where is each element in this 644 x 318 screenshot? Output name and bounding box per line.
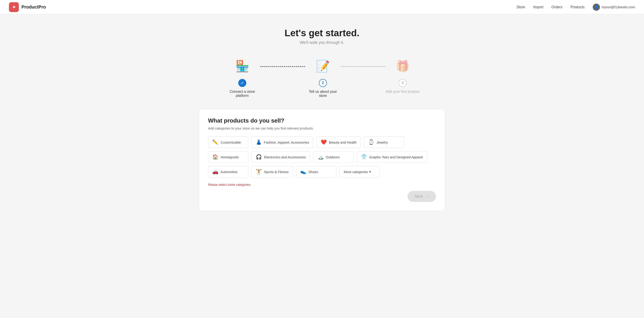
category-item-outdoors[interactable]: 🏔️Outdoors	[313, 151, 354, 163]
category-label-outdoors: Outdoors	[326, 155, 340, 159]
category-icon-sports: 🏋️	[256, 169, 262, 175]
nav-import[interactable]: Import	[533, 5, 543, 9]
more-categories-button[interactable]: More categories▾	[340, 166, 380, 177]
next-button-label: Next	[415, 194, 423, 199]
category-label-graphic-tees: Graphic Tees and Designed Apparel	[369, 155, 423, 159]
step-connector-2	[341, 66, 386, 67]
category-item-automotive[interactable]: 🚗Automotive	[208, 166, 248, 177]
step-3-label: Add your first product	[386, 90, 420, 94]
card-footer: Next →	[208, 191, 436, 202]
logo-area: ✦ ProductPro	[9, 2, 516, 12]
category-icon-beauty: ❤️	[321, 139, 327, 145]
step-2-badge: 2	[319, 79, 327, 87]
nav-links: Store Import Orders Products	[516, 5, 585, 9]
category-icon-automotive: 🚗	[212, 169, 218, 175]
steps-container: 🏪 ✓ Connect a store platform 📝 2 Tell us…	[174, 56, 470, 98]
category-item-shoes[interactable]: 👟Shoes	[296, 166, 336, 177]
validation-message: Please select some categories	[208, 183, 436, 186]
page-subheading: We'll walk you through it.	[174, 40, 470, 45]
next-button[interactable]: Next →	[408, 191, 436, 202]
category-label-automotive: Automotive	[220, 170, 237, 174]
step-2: 📝 2 Tell us about your store	[305, 56, 341, 98]
category-icon-graphic-tees: 👕	[361, 154, 367, 160]
category-item-jewelry[interactable]: ⌚Jewelry	[364, 137, 404, 148]
category-item-fashion[interactable]: 👗Fashion, Apparel, Accessories	[252, 137, 313, 148]
category-item-graphic-tees[interactable]: 👕Graphic Tees and Designed Apparel	[357, 151, 427, 163]
category-label-shoes: Shoes	[308, 170, 318, 174]
step-3-badge: 3	[398, 79, 407, 87]
nav-orders[interactable]: Orders	[552, 5, 562, 9]
step-2-label: Tell us about your store	[305, 90, 341, 98]
category-item-sports[interactable]: 🏋️Sports & Fitness	[252, 166, 293, 177]
card-subtitle: Add categories to your store so we can h…	[208, 126, 436, 130]
product-card: What products do you sell? Add categorie…	[199, 109, 445, 211]
category-label-homegoods: Homegoods	[220, 155, 239, 159]
header: ✦ ProductPro Store Import Orders Product…	[0, 0, 644, 14]
category-label-sports: Sports & Fitness	[264, 170, 289, 174]
category-icon-homegoods: 🏠	[212, 154, 218, 160]
category-icon-electronics: 🎧	[256, 154, 262, 160]
category-label-fashion: Fashion, Apparel, Accessories	[264, 141, 309, 144]
card-title: What products do you sell?	[208, 117, 436, 124]
step-3: 🎁 3 Add your first product	[386, 56, 420, 94]
category-item-beauty[interactable]: ❤️Beauty and Health	[316, 137, 361, 148]
user-avatar-icon: 👤	[593, 3, 600, 11]
step-1: 🏪 ✓ Connect a store platform	[224, 56, 260, 98]
step-connector-1	[260, 66, 305, 67]
category-icon-customizable: ✏️	[212, 139, 218, 145]
next-arrow-icon: →	[425, 194, 429, 199]
category-icon-shoes: 👟	[300, 169, 306, 175]
main-content: Let's get started. We'll walk you throug…	[165, 14, 479, 220]
logo-icon: ✦	[9, 2, 19, 12]
category-icon-jewelry: ⌚	[368, 139, 374, 145]
logo-text: ProductPro	[22, 4, 46, 10]
category-item-electronics[interactable]: 🎧Electronics and Accessories	[252, 151, 310, 163]
category-grid: ✏️Customizable👗Fashion, Apparel, Accesso…	[208, 137, 436, 177]
step-1-image: 🏪	[232, 56, 252, 76]
category-item-customizable[interactable]: ✏️Customizable	[208, 137, 248, 148]
category-icon-fashion: 👗	[256, 139, 262, 145]
step-1-badge: ✓	[238, 79, 246, 87]
user-area[interactable]: 👤 myron@f13works.com	[593, 3, 635, 11]
step-3-image: 🎁	[392, 56, 413, 76]
page-heading: Let's get started.	[174, 28, 470, 38]
category-label-jewelry: Jewelry	[376, 141, 388, 144]
nav-products[interactable]: Products	[570, 5, 584, 9]
page-title: Let's get started.	[174, 28, 470, 38]
more-categories-label: More categories	[344, 170, 368, 174]
step-1-label: Connect a store platform	[224, 90, 260, 98]
category-item-homegoods[interactable]: 🏠Homegoods	[208, 151, 248, 163]
step-2-image: 📝	[313, 56, 333, 76]
chevron-down-icon: ▾	[369, 170, 371, 174]
category-label-customizable: Customizable	[220, 141, 241, 144]
category-icon-outdoors: 🏔️	[318, 154, 324, 160]
user-email: myron@f13works.com	[602, 5, 635, 9]
nav-store[interactable]: Store	[516, 5, 525, 9]
category-label-beauty: Beauty and Health	[329, 141, 356, 144]
category-label-electronics: Electronics and Accessories	[264, 155, 306, 159]
